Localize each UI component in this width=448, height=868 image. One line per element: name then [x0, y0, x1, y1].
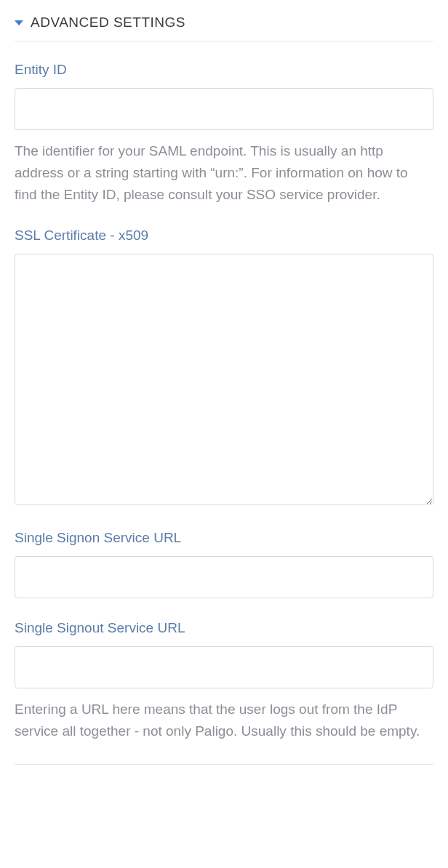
entity-id-help: The identifier for your SAML endpoint. T…	[15, 140, 433, 206]
signon-url-group: Single Signon Service URL	[15, 530, 433, 598]
signout-url-input[interactable]	[15, 646, 433, 688]
signout-url-label: Single Signout Service URL	[15, 620, 433, 636]
caret-down-icon	[15, 20, 23, 25]
bottom-divider	[15, 764, 433, 765]
entity-id-group: Entity ID The identifier for your SAML e…	[15, 62, 433, 206]
ssl-cert-label: SSL Certificate - x509	[15, 228, 433, 244]
signon-url-label: Single Signon Service URL	[15, 530, 433, 546]
signout-url-help: Entering a URL here means that the user …	[15, 699, 433, 742]
ssl-cert-group: SSL Certificate - x509	[15, 228, 433, 508]
ssl-cert-textarea[interactable]	[15, 254, 433, 505]
advanced-settings-header[interactable]: ADVANCED SETTINGS	[15, 15, 433, 41]
signout-url-group: Single Signout Service URL Entering a UR…	[15, 620, 433, 742]
signon-url-input[interactable]	[15, 556, 433, 598]
section-title: ADVANCED SETTINGS	[31, 15, 185, 31]
entity-id-input[interactable]	[15, 88, 433, 130]
entity-id-label: Entity ID	[15, 62, 433, 78]
